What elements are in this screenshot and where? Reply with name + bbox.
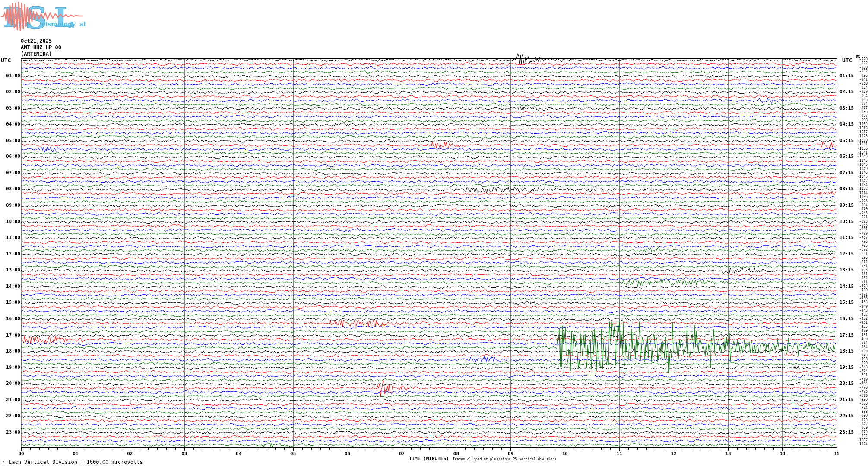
dc-offset-value: -959 xyxy=(847,90,868,94)
record-header: Oct21,2025 AMT HHZ HP 00 (ARTEMIDA) xyxy=(21,38,61,57)
left-time-label: 01:00 xyxy=(5,73,20,78)
x-axis-tick-label: 02 xyxy=(124,451,136,456)
x-axis-tick-label: 11 xyxy=(613,451,626,456)
scale-note: Each Vertical Division = 1000.00 microvo… xyxy=(9,460,143,465)
dc-offset-value: -865 xyxy=(847,224,868,227)
dc-offset-value: -481 xyxy=(847,334,868,337)
utc-label-left: UTC xyxy=(1,57,11,63)
dc-offset-value: -767 xyxy=(847,236,868,239)
clip-note: Traces clipped at plus/minus 25 vertical… xyxy=(453,458,557,461)
dc-offset-value: -995 xyxy=(847,200,868,203)
record-station: AMT HHZ HP 00 xyxy=(21,44,61,51)
left-time-label: 18:00 xyxy=(5,349,20,353)
dc-offset-value: -925 xyxy=(847,419,868,422)
record-station-name: (ARTEMIDA) xyxy=(21,51,61,57)
seismogram-plot xyxy=(0,0,868,466)
dc-offset-value: -1045 xyxy=(847,163,868,167)
left-time-label: 19:00 xyxy=(5,365,20,370)
left-time-label: 10:00 xyxy=(5,219,20,224)
dc-offset-value: -860 xyxy=(847,402,868,406)
x-axis-tick-label: 00 xyxy=(15,451,28,456)
dc-offset-value: -986 xyxy=(847,110,868,114)
x-axis-tick-label: 06 xyxy=(341,451,354,456)
dc-offset-value: -496 xyxy=(847,337,868,341)
dc-offset-value: -1017 xyxy=(847,131,868,134)
dc-offset-value: -975 xyxy=(847,431,868,434)
dc-offset-value: -1041 xyxy=(847,151,868,154)
dc-offset-value: -936 xyxy=(847,74,868,78)
dc-offset-value: -449 xyxy=(847,305,868,309)
psl-logo: P S L atras eismology ab xyxy=(0,0,86,35)
x-axis-tick-label: 13 xyxy=(722,451,735,456)
dc-offset-value: -443 xyxy=(847,309,868,312)
dc-offset-value: -451 xyxy=(847,321,868,324)
left-time-label: 09:00 xyxy=(5,203,20,208)
x-axis-tick-label: 14 xyxy=(776,451,789,456)
dc-offset-value: -1046 xyxy=(847,171,868,175)
dc-offset-value: -960 xyxy=(847,426,868,430)
dc-offset-value: -456 xyxy=(847,297,868,300)
left-time-label: 07:00 xyxy=(5,170,20,175)
left-time-label: 12:00 xyxy=(5,252,20,256)
dc-offset-value: -888 xyxy=(847,410,868,414)
left-time-label: 16:00 xyxy=(5,316,20,321)
dc-offset-value: -1023 xyxy=(847,135,868,138)
dc-offset-value: -626 xyxy=(847,362,868,365)
dc-offset-value: -930 xyxy=(847,66,868,69)
left-time-label: 23:00 xyxy=(5,430,20,435)
dc-offset-value: -744 xyxy=(847,382,868,385)
dc-offset-value: -736 xyxy=(847,240,868,244)
x-axis-tick-label: 10 xyxy=(558,451,571,456)
dc-offset-value: -636 xyxy=(847,256,868,260)
x-axis-tick-label: 09 xyxy=(504,451,517,456)
x-axis-tick-label: 03 xyxy=(178,451,191,456)
dc-offset-value: -893 xyxy=(847,220,868,224)
x-axis-title: TIME (MINUTES) xyxy=(409,456,449,461)
left-time-label: 22:00 xyxy=(5,413,20,418)
dc-offset-value: -970 xyxy=(847,208,868,211)
x-axis-tick-label: 12 xyxy=(667,451,680,456)
left-time-label: 11:00 xyxy=(5,235,20,240)
dc-offset-value: -977 xyxy=(847,107,868,110)
dc-offset-value: -556 xyxy=(847,350,868,353)
x-axis-tick-label: 01 xyxy=(69,451,82,456)
dc-offset-value: -942 xyxy=(847,422,868,426)
left-time-label: 03:00 xyxy=(5,106,20,110)
x-axis-tick-label: 15 xyxy=(830,451,843,456)
dc-offset-value: -701 xyxy=(847,374,868,377)
dc-offset-value: -921 xyxy=(847,216,868,219)
dc-offset-value: -511 xyxy=(847,280,868,284)
dc-offset-value: -598 xyxy=(847,358,868,361)
dc-offset-value: -874 xyxy=(847,406,868,410)
dc-offset-value: -974 xyxy=(847,102,868,106)
record-date: Oct21,2025 xyxy=(21,38,61,44)
dc-offset-value: -551 xyxy=(847,273,868,276)
x-axis-tick-label: 05 xyxy=(287,451,300,456)
dc-offset-value: -1031 xyxy=(847,143,868,146)
dc-offset-value: -997 xyxy=(847,114,868,118)
dc-offset-value: -674 xyxy=(847,370,868,373)
dc-offset-value: -1042 xyxy=(847,179,868,183)
dc-offset-value: -534 xyxy=(847,346,868,349)
left-time-label: 05:00 xyxy=(5,138,20,143)
dc-offset-value: -563 xyxy=(847,268,868,272)
dc-offset-value: -455 xyxy=(847,325,868,329)
dc-offset-value: -1007 xyxy=(847,439,868,442)
dc-offset-value: -831 xyxy=(847,228,868,231)
left-time-label: 04:00 xyxy=(5,122,20,126)
dc-offset-value: -1030 xyxy=(847,139,868,142)
logo-word-eismology: eismology xyxy=(41,21,76,28)
dc-offset-value: -581 xyxy=(847,264,868,268)
dc-offset-value: -471 xyxy=(847,293,868,296)
dc-offset-value: -575 xyxy=(847,353,868,357)
dc-offset-value: -920 xyxy=(847,58,868,61)
dc-offset-value: -984 xyxy=(847,204,868,207)
left-time-label: 13:00 xyxy=(5,268,20,272)
left-time-label: 15:00 xyxy=(5,300,20,305)
dc-offset-value: -964 xyxy=(847,94,868,98)
dc-offset-value: -532 xyxy=(847,277,868,280)
dc-offset-value: -651 xyxy=(847,252,868,256)
webicorder-page: { "logo": { "letters": ["P", "S", "L"], … xyxy=(0,0,868,466)
logo-letter-l: L xyxy=(54,2,73,33)
left-time-label: 02:00 xyxy=(5,89,20,94)
